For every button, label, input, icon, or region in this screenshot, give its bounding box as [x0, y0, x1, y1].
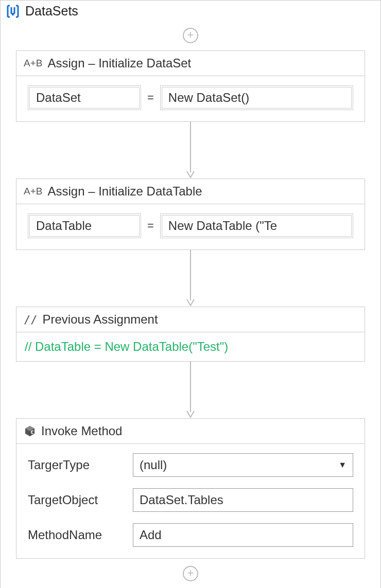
- sequence-activity[interactable]: DataSets + A+B Assign – Initialize DataS…: [0, 0, 381, 588]
- invoke-method-activity[interactable]: Invoke Method TargerType (null) ▼ Target…: [16, 418, 365, 559]
- assign-to-input[interactable]: DataTable: [28, 213, 141, 238]
- chevron-down-icon: ▼: [338, 460, 347, 470]
- target-object-label: TargetObject: [28, 493, 126, 507]
- activity-header[interactable]: Invoke Method: [16, 419, 365, 444]
- sequence-title: DataSets: [25, 4, 78, 19]
- activity-title: Previous Assignment: [43, 312, 158, 327]
- activity-title: Invoke Method: [41, 424, 122, 438]
- assign-value-input[interactable]: New DataSet(): [160, 85, 353, 110]
- plus-icon: +: [187, 29, 194, 41]
- add-activity-top-button[interactable]: +: [183, 28, 198, 43]
- activity-header[interactable]: A+B Assign – Initialize DataTable: [16, 179, 365, 204]
- equals-label: =: [147, 219, 154, 233]
- assign-activity-initialize-dataset[interactable]: A+B Assign – Initialize DataSet DataSet …: [16, 50, 365, 122]
- sequence-body: + A+B Assign – Initialize DataSet DataSe…: [1, 24, 380, 588]
- sequence-header[interactable]: DataSets: [1, 1, 380, 24]
- assign-value-input[interactable]: New DataTable ("Te: [160, 213, 353, 238]
- assign-row: DataTable = New DataTable ("Te: [28, 213, 353, 238]
- assign-activity-initialize-datatable[interactable]: A+B Assign – Initialize DataTable DataTa…: [16, 179, 365, 250]
- comment-text[interactable]: // DataTable = New DataTable("Test"): [16, 332, 365, 361]
- activity-header[interactable]: // Previous Assignment: [16, 307, 365, 332]
- plus-icon: +: [187, 567, 194, 579]
- assign-row: DataSet = New DataSet(): [28, 85, 353, 110]
- target-object-input[interactable]: DataSet.Tables: [133, 488, 353, 512]
- assign-icon: A+B: [24, 186, 42, 197]
- activity-title: Assign – Initialize DataTable: [47, 184, 202, 199]
- comment-icon: //: [24, 313, 38, 326]
- target-type-dropdown[interactable]: (null) ▼: [133, 453, 353, 477]
- method-name-input[interactable]: Add: [133, 523, 353, 547]
- flow-arrow: [185, 250, 196, 307]
- flow-arrow: [185, 362, 196, 418]
- activity-header[interactable]: A+B Assign – Initialize DataSet: [16, 51, 365, 76]
- assign-icon: A+B: [24, 58, 42, 69]
- add-activity-bottom-button[interactable]: +: [183, 566, 198, 581]
- activity-title: Assign – Initialize DataSet: [47, 56, 191, 70]
- sequence-icon: [6, 4, 20, 19]
- assign-to-input[interactable]: DataSet: [28, 85, 141, 110]
- invoke-method-icon: [24, 425, 36, 437]
- comment-activity[interactable]: // Previous Assignment // DataTable = Ne…: [16, 307, 365, 362]
- target-type-value: (null): [140, 458, 167, 472]
- flow-arrow: [185, 122, 196, 179]
- target-type-label: TargerType: [28, 458, 126, 472]
- equals-label: =: [147, 91, 154, 104]
- method-name-label: MethodName: [28, 528, 126, 542]
